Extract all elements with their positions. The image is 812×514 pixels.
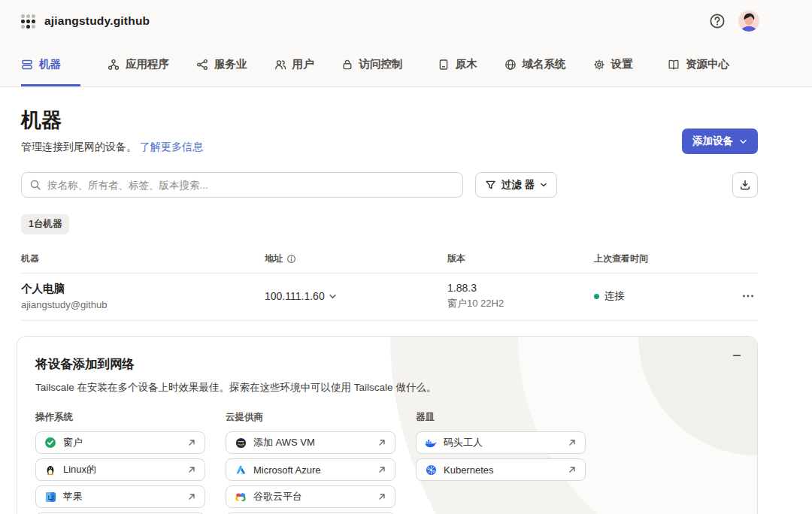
linux-icon <box>44 464 56 476</box>
arrow-ne-icon <box>377 465 386 474</box>
card-title: 将设备添加到网络 <box>35 356 739 373</box>
help-button[interactable] <box>708 12 726 30</box>
tab-access-controls[interactable]: 访问控制 <box>341 42 403 86</box>
add-devices-card: 将设备添加到网络 Tailscale 在安装在多个设备上时效果最佳。探索在这些环… <box>17 336 758 514</box>
search-icon <box>29 179 41 191</box>
machine-os: 窗户10 22H2 <box>447 297 594 310</box>
arrow-ne-icon <box>377 438 386 447</box>
tab-logs[interactable]: 原木 <box>438 42 477 86</box>
add-device-button[interactable]: 添加设备 <box>682 128 758 154</box>
add-aws-vm-button[interactable]: 添加 AWS VM <box>226 431 395 454</box>
machine-owner: ajiangstudy@github <box>21 299 265 310</box>
machine-status: 连接 <box>594 289 728 303</box>
download-machines-button[interactable] <box>732 172 758 198</box>
gear-icon <box>593 59 605 71</box>
azure-icon <box>235 464 247 476</box>
machine-name[interactable]: 个人电脑 <box>21 282 265 296</box>
user-avatar[interactable] <box>738 11 759 32</box>
tab-apps[interactable]: 应用程序 <box>108 42 169 86</box>
machine-count-badge: 1台机器 <box>21 214 69 234</box>
cloud-column: 云提供商 添加 AWS VM Microsoft Azure <box>226 411 395 514</box>
tailscale-logo-icon <box>21 14 35 29</box>
windows-icon <box>44 437 56 449</box>
add-linux-button[interactable]: Linux的 <box>35 458 205 481</box>
globe-icon <box>504 59 517 71</box>
col-header-version: 版本 <box>447 252 594 265</box>
chevron-down-icon <box>739 138 747 146</box>
arrow-ne-icon <box>377 492 386 501</box>
docker-icon <box>425 437 437 449</box>
users-icon <box>274 59 286 71</box>
tab-resource-center[interactable]: 资源中心 <box>668 42 729 86</box>
question-icon <box>709 13 726 29</box>
arrow-ne-icon <box>187 492 196 501</box>
funnel-icon <box>485 180 496 191</box>
download-icon <box>739 179 751 191</box>
containers-column: 器皿 码头工人 Kubernetes <box>416 411 586 514</box>
apps-icon <box>108 59 120 71</box>
filter-button[interactable]: 过滤 器 <box>475 172 557 198</box>
machines-table: 机器 地址 版本 上次查看时间 个人电脑 ajiangstudy@github … <box>21 252 758 321</box>
add-windows-button[interactable]: 窗户 <box>35 431 205 454</box>
col-header-last-seen: 上次查看时间 <box>594 252 728 265</box>
chevron-down-icon <box>329 292 337 301</box>
machines-icon <box>21 59 33 71</box>
open-book-icon <box>668 59 680 71</box>
lock-icon <box>341 59 353 71</box>
add-apple-button[interactable]: 苹果 <box>35 485 205 508</box>
ellipsis-icon <box>741 289 755 303</box>
machine-row: 个人电脑 ajiangstudy@github 100.111.1.60 1.8… <box>21 274 758 321</box>
col-header-address: 地址 <box>265 252 447 265</box>
logs-icon <box>438 59 450 71</box>
machine-address-dropdown[interactable]: 100.111.1.60 <box>265 290 337 302</box>
aws-icon <box>235 437 247 449</box>
minus-icon <box>732 350 742 361</box>
card-subtitle: Tailscale 在安装在多个设备上时效果最佳。探索在这些环境中可以使用 Ta… <box>35 381 739 395</box>
collapse-card-button[interactable] <box>729 347 745 364</box>
add-google-cloud-button[interactable]: 谷歌云平台 <box>226 485 395 508</box>
add-docker-button[interactable]: 码头工人 <box>416 431 586 454</box>
primary-nav: 机器 应用程序 服务业 用户 访问控制 原木 域名系统 设置 资源中心 <box>0 42 812 87</box>
services-icon <box>196 59 208 71</box>
learn-more-link[interactable]: 了解更多信息 <box>140 141 203 153</box>
info-icon[interactable] <box>286 254 296 264</box>
machine-version: 1.88.3 <box>447 282 594 294</box>
page-title: 机器 <box>21 107 203 134</box>
page-subtitle: 管理连接到尾网的设备。 了解更多信息 <box>21 141 203 154</box>
search-input[interactable] <box>21 172 463 198</box>
arrow-ne-icon <box>187 438 196 447</box>
machines-page: 机器 管理连接到尾网的设备。 了解更多信息 添加设备 过滤 器 1台机器 机器 <box>0 87 812 321</box>
tab-users[interactable]: 用户 <box>274 42 314 86</box>
kubernetes-icon <box>425 464 437 476</box>
tab-settings[interactable]: 设置 <box>593 42 633 86</box>
connected-dot-icon <box>594 294 599 299</box>
col-header-machine: 机器 <box>21 252 265 265</box>
machines-toolbar: 过滤 器 <box>21 172 758 198</box>
tab-services[interactable]: 服务业 <box>196 42 247 86</box>
add-azure-button[interactable]: Microsoft Azure <box>226 458 395 481</box>
tab-dns[interactable]: 域名系统 <box>504 42 566 86</box>
google-cloud-icon <box>235 491 247 503</box>
arrow-ne-icon <box>568 465 577 474</box>
arrow-ne-icon <box>568 438 577 447</box>
os-column: 操作系统 窗户 Linux的 <box>35 411 205 514</box>
topbar: ajiangstudy.github <box>0 0 812 42</box>
arrow-ne-icon <box>187 465 196 474</box>
chevron-down-icon <box>540 181 547 189</box>
tab-machines[interactable]: 机器 <box>21 42 80 86</box>
add-kubernetes-button[interactable]: Kubernetes <box>416 458 586 481</box>
apple-icon <box>44 491 56 503</box>
org-name: ajiangstudy.github <box>44 14 150 28</box>
machine-row-menu-button[interactable] <box>741 289 758 303</box>
